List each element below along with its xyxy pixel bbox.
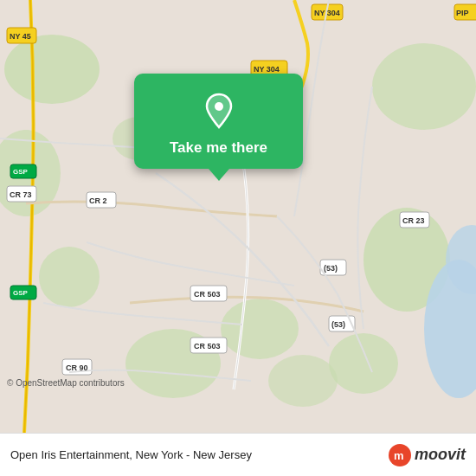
svg-text:NY 45: NY 45 <box>10 32 31 41</box>
svg-text:(53): (53) <box>324 264 338 273</box>
svg-text:NY 304: NY 304 <box>254 65 280 74</box>
svg-point-4 <box>372 43 476 130</box>
copyright-text: © OpenStreetMap contributors <box>7 378 125 388</box>
svg-point-41 <box>215 102 223 111</box>
svg-point-1 <box>4 35 100 104</box>
svg-text:m: m <box>394 449 404 462</box>
svg-point-8 <box>221 299 299 359</box>
svg-point-6 <box>329 333 398 394</box>
svg-text:GSP: GSP <box>13 168 29 176</box>
svg-text:GSP: GSP <box>13 289 29 297</box>
location-label: Open Iris Entertainment, New York - New … <box>10 448 381 461</box>
svg-text:NY 304: NY 304 <box>314 9 340 17</box>
svg-text:CR 23: CR 23 <box>402 216 425 225</box>
svg-text:CR 503: CR 503 <box>194 342 221 351</box>
moovit-icon: m <box>388 443 412 467</box>
svg-text:CR 90: CR 90 <box>66 363 88 372</box>
svg-text:CR 73: CR 73 <box>10 190 32 199</box>
svg-text:(53): (53) <box>331 320 345 329</box>
svg-point-3 <box>39 247 100 307</box>
map-container: NY 45 GSP GSP NY 304 NY 304 PIP CR 2 CR … <box>0 0 476 433</box>
take-me-there-button[interactable]: Take me there <box>170 139 267 157</box>
moovit-logo: m moovit <box>388 443 466 467</box>
map-svg: NY 45 GSP GSP NY 304 NY 304 PIP CR 2 CR … <box>0 0 476 433</box>
moovit-text: moovit <box>415 446 466 464</box>
svg-point-10 <box>268 355 338 407</box>
svg-text:PIP: PIP <box>456 9 469 17</box>
svg-text:CR 503: CR 503 <box>194 290 221 299</box>
svg-text:CR 2: CR 2 <box>89 196 107 205</box>
location-pin-icon <box>198 89 240 131</box>
popup-card[interactable]: Take me there <box>134 74 303 169</box>
bottom-bar: Open Iris Entertainment, New York - New … <box>0 433 476 476</box>
